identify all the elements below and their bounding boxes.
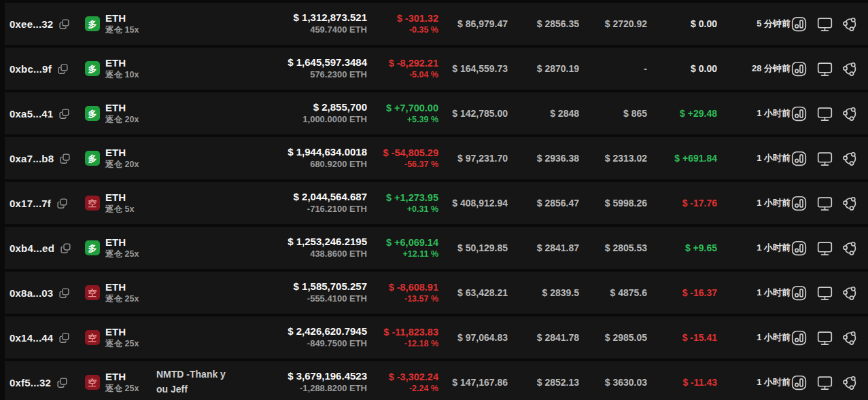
position-value-usd: $ 3,679,196.4523 bbox=[235, 370, 367, 383]
wallet-address[interactable]: 0xb4...ed bbox=[10, 242, 54, 254]
wallet-address[interactable]: 0x17...7f bbox=[10, 198, 51, 209]
open-time: 1 小时前 bbox=[717, 242, 791, 254]
coin-cell: 空 ETH 逐仓 25x bbox=[85, 326, 156, 349]
pnl-amount: $ -54,805.29 bbox=[367, 147, 438, 159]
monitor-icon[interactable] bbox=[816, 374, 833, 391]
copy-icon[interactable] bbox=[58, 287, 70, 299]
funding-value: $ 0.00 bbox=[647, 18, 717, 29]
position-size: 459.7400 ETH bbox=[235, 24, 367, 36]
share-icon[interactable] bbox=[842, 16, 859, 33]
margin-mode: 逐仓 25x bbox=[105, 338, 139, 349]
wallet-address[interactable]: 0xee...32 bbox=[10, 18, 53, 30]
monitor-icon[interactable] bbox=[816, 16, 833, 33]
margin-mode: 逐仓 5x bbox=[105, 204, 134, 215]
chart-icon[interactable] bbox=[791, 16, 808, 33]
coin-cell: 空 ETH 逐仓 25x bbox=[85, 371, 156, 394]
copy-icon[interactable] bbox=[59, 153, 71, 164]
share-icon[interactable] bbox=[842, 150, 859, 167]
copy-icon[interactable] bbox=[57, 63, 69, 75]
direction-badge: 空 bbox=[85, 196, 100, 211]
position-size: -555.4100 ETH bbox=[235, 293, 367, 305]
margin-value: $ 63,428.21 bbox=[438, 287, 508, 298]
chart-icon[interactable] bbox=[791, 105, 808, 122]
wallet-address[interactable]: 0xa7...b8 bbox=[10, 153, 54, 164]
coin-symbol: ETH bbox=[105, 12, 139, 24]
coin-cell: 多 ETH 逐仓 25x bbox=[85, 236, 156, 259]
monitor-icon[interactable] bbox=[816, 285, 833, 302]
wallet-address[interactable]: 0xf5...32 bbox=[10, 377, 51, 388]
funding-value: $ 0.00 bbox=[647, 63, 717, 74]
position-value-usd: $ 1,944,634.0018 bbox=[235, 146, 367, 159]
monitor-icon[interactable] bbox=[816, 105, 833, 122]
share-icon[interactable] bbox=[842, 60, 859, 77]
margin-mode: 逐仓 20x bbox=[105, 159, 139, 170]
position-value-cell: $ 1,944,634.0018 680.9200 ETH bbox=[235, 146, 367, 170]
chart-icon[interactable] bbox=[791, 285, 808, 302]
share-icon[interactable] bbox=[842, 105, 859, 122]
liq-price: $ 865 bbox=[579, 108, 647, 119]
monitor-icon[interactable] bbox=[816, 240, 833, 257]
position-value-usd: $ 1,312,873.521 bbox=[235, 12, 367, 24]
table-row: 0xee...32 多 ETH 逐仓 15x $ 1,312,873.521 4… bbox=[5, 3, 868, 45]
copy-icon[interactable] bbox=[56, 377, 68, 388]
chart-icon[interactable] bbox=[791, 240, 808, 257]
row-actions bbox=[791, 374, 868, 391]
open-time: 1 小时前 bbox=[717, 287, 791, 299]
copy-icon[interactable] bbox=[58, 108, 70, 120]
row-actions bbox=[791, 240, 868, 257]
monitor-icon[interactable] bbox=[816, 195, 833, 212]
share-icon[interactable] bbox=[842, 374, 859, 391]
pnl-amount: $ -8,292.21 bbox=[367, 57, 438, 69]
copy-icon[interactable] bbox=[58, 18, 70, 30]
chart-icon[interactable] bbox=[791, 195, 808, 212]
pnl-amount: $ -8,608.91 bbox=[367, 281, 438, 293]
position-size: -1,288.8200 ETH bbox=[235, 383, 367, 395]
chart-icon[interactable] bbox=[791, 150, 808, 167]
margin-mode: 逐仓 20x bbox=[105, 114, 139, 125]
open-time: 5 分钟前 bbox=[717, 18, 791, 30]
funding-value: $ -11.43 bbox=[647, 377, 717, 388]
chart-icon[interactable] bbox=[791, 60, 808, 77]
copy-icon[interactable] bbox=[56, 198, 68, 209]
wallet-address[interactable]: 0x8a...03 bbox=[10, 287, 53, 299]
position-value-cell: $ 2,044,564.687 -716.2100 ETH bbox=[235, 191, 367, 215]
wallet-address[interactable]: 0x14...44 bbox=[10, 332, 53, 344]
copy-icon[interactable] bbox=[60, 242, 71, 254]
wallet-address[interactable]: 0xa5...41 bbox=[10, 108, 53, 120]
margin-value: $ 164,559.73 bbox=[438, 63, 508, 74]
share-icon[interactable] bbox=[842, 329, 859, 346]
coin-symbol: ETH bbox=[105, 102, 139, 114]
pnl-cell: $ -8,292.21 -5.04 % bbox=[367, 57, 438, 81]
entry-price: $ 2839.5 bbox=[508, 287, 579, 298]
pnl-amount: $ +1,273.95 bbox=[367, 192, 438, 204]
monitor-icon[interactable] bbox=[816, 60, 833, 77]
share-icon[interactable] bbox=[842, 195, 859, 212]
margin-mode: 逐仓 10x bbox=[105, 69, 139, 80]
share-icon[interactable] bbox=[842, 240, 859, 257]
pnl-percent: -2.24 % bbox=[367, 383, 438, 395]
coin-cell: 多 ETH 逐仓 10x bbox=[85, 57, 156, 80]
open-time: 1 小时前 bbox=[717, 197, 791, 209]
margin-value: $ 147,167.86 bbox=[438, 377, 508, 388]
chart-icon[interactable] bbox=[791, 374, 808, 391]
address-cell: 0xa7...b8 bbox=[5, 153, 85, 164]
margin-mode: 逐仓 15x bbox=[105, 24, 139, 35]
position-value-cell: $ 1,312,873.521 459.7400 ETH bbox=[235, 12, 367, 36]
liq-price: $ 5998.26 bbox=[579, 198, 647, 208]
wallet-address[interactable]: 0xbc...9f bbox=[10, 63, 52, 75]
position-value-cell: $ 3,679,196.4523 -1,288.8200 ETH bbox=[235, 370, 367, 395]
chart-icon[interactable] bbox=[791, 329, 808, 346]
margin-value: $ 86,979.47 bbox=[438, 18, 508, 29]
coin-symbol: ETH bbox=[105, 147, 139, 159]
funding-value: $ -17.76 bbox=[647, 198, 717, 208]
table-row: 0xbc...9f 多 ETH 逐仓 10x $ 1,645,597.3484 … bbox=[5, 48, 868, 90]
row-actions bbox=[791, 16, 868, 33]
position-value-usd: $ 1,645,597.3484 bbox=[235, 56, 367, 69]
address-cell: 0xa5...41 bbox=[5, 108, 85, 120]
copy-icon[interactable] bbox=[58, 332, 70, 344]
monitor-icon[interactable] bbox=[816, 150, 833, 167]
monitor-icon[interactable] bbox=[816, 329, 833, 346]
table-row: 0xf5...32 空 ETH 逐仓 25x NMTD -Thank you J… bbox=[5, 361, 868, 400]
share-icon[interactable] bbox=[842, 285, 859, 302]
funding-value: $ +9.65 bbox=[647, 242, 717, 253]
